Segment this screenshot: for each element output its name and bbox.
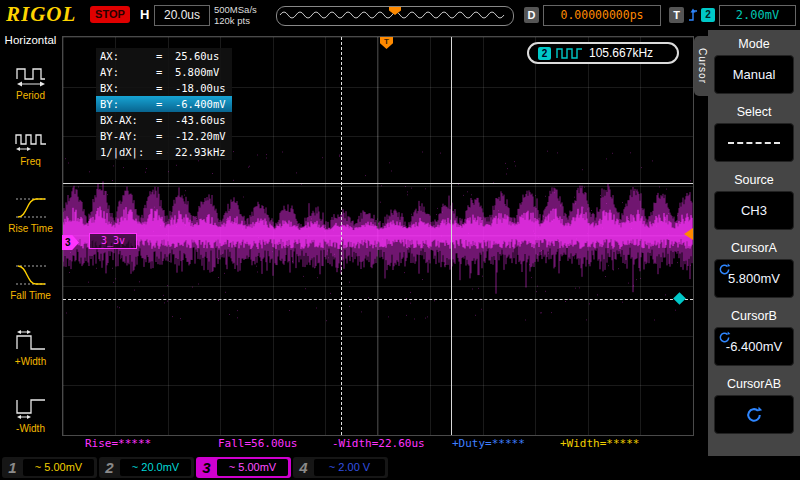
readout-row: 1/|dX|:= 22.93kHz bbox=[96, 144, 232, 160]
cursor-a-horizontal-line[interactable] bbox=[63, 183, 693, 184]
run-state-badge: STOP bbox=[90, 6, 130, 23]
coupling-symbol: ~ bbox=[229, 461, 235, 473]
readout-label: AY: bbox=[100, 64, 156, 80]
readout-value: = -18.00us bbox=[156, 80, 226, 96]
left-menu-item-label: Fall Time bbox=[10, 290, 51, 301]
delay-label: D bbox=[524, 7, 539, 23]
counter-source-badge: 2 bbox=[538, 47, 551, 60]
select-button[interactable] bbox=[714, 123, 794, 162]
left-menu-item-freq[interactable]: Freq bbox=[0, 128, 61, 167]
channel1-status[interactable]: 1 ~ 5.00mV bbox=[2, 457, 97, 478]
menu-item-label: CursorA bbox=[708, 239, 800, 257]
graticule: AX:= 25.60us AY:= 5.800mV BX:= -18.00us … bbox=[62, 36, 694, 436]
cursor-readout-panel: AX:= 25.60us AY:= 5.800mV BX:= -18.00us … bbox=[96, 48, 232, 160]
rotate-knob-icon bbox=[718, 263, 731, 276]
menu-item-cursor-b: CursorB -6.400mV bbox=[708, 307, 800, 375]
trigger-level-value[interactable]: 2.00mV bbox=[719, 5, 796, 26]
left-menu-item-label: +Width bbox=[15, 356, 46, 367]
left-menu-item-plus-width[interactable]: +Width bbox=[0, 328, 61, 367]
cursor-a-button[interactable]: 5.800mV bbox=[714, 259, 794, 298]
scale-value: 20.0mV bbox=[141, 461, 179, 473]
trigger-label: T bbox=[669, 7, 684, 23]
readout-value: = 25.60us bbox=[156, 48, 219, 64]
menu-item-mode: Mode Manual bbox=[708, 35, 800, 103]
readout-value: = -6.400mV bbox=[156, 96, 226, 112]
left-menu-items: Period Freq Rise Time bbox=[0, 48, 61, 448]
measure-fall: Fall=56.00us bbox=[218, 437, 297, 450]
left-menu-item-fall-time[interactable]: Fall Time bbox=[0, 262, 61, 301]
horizontal-label: H bbox=[140, 7, 149, 22]
readout-label: 1/|dX|: bbox=[100, 144, 156, 160]
timebase-value[interactable]: 20.0us bbox=[154, 5, 210, 26]
left-menu-item-minus-width[interactable]: -Width bbox=[0, 395, 61, 434]
plus-width-icon bbox=[14, 328, 48, 354]
cursor-ab-button[interactable] bbox=[714, 395, 794, 434]
menu-item-cursor-a: CursorA 5.800mV bbox=[708, 239, 800, 307]
channel-status-bar: 1 ~ 5.00mV 2 ~ 20.0mV 3 ~ 5.00mV 4 ~ 2.0… bbox=[0, 456, 800, 480]
menu-item-label: CursorAB bbox=[708, 375, 800, 393]
measure-plus-duty: +Duty=***** bbox=[452, 437, 525, 450]
cursor-b-value: -6.400mV bbox=[726, 339, 782, 354]
measure-plus-width: +Width=***** bbox=[560, 437, 639, 450]
menu-item-select: Select bbox=[708, 103, 800, 171]
dashed-line-icon bbox=[728, 142, 780, 144]
brand-logo: RIGOL bbox=[6, 2, 76, 27]
readout-value: = -12.20mV bbox=[156, 128, 226, 144]
trace-label: 3_3v bbox=[89, 233, 137, 249]
channel2-status[interactable]: 2 ~ 20.0mV bbox=[99, 457, 194, 478]
left-menu-item-period[interactable]: Period bbox=[0, 62, 61, 101]
left-menu-item-rise-time[interactable]: Rise Time bbox=[0, 195, 61, 234]
cursor-b-horizontal-line[interactable] bbox=[63, 299, 693, 300]
scale-value: 2.00 V bbox=[338, 461, 370, 473]
cursor-menu: Mode Manual Select Source CH3 CursorA bbox=[708, 30, 800, 456]
channel4-status[interactable]: 4 ~ 2.00 V bbox=[293, 457, 388, 478]
left-menu-item-label: Freq bbox=[20, 156, 41, 167]
delay-value: 0.00000000ps bbox=[543, 5, 661, 26]
readout-label: BX-AX: bbox=[100, 112, 156, 128]
channel-number: 3 bbox=[196, 459, 217, 476]
menu-item-label: Source bbox=[708, 171, 800, 189]
channel-scale: ~ 2.00 V bbox=[314, 459, 385, 476]
rotate-knob-icon bbox=[718, 331, 731, 344]
readout-value: = -43.60us bbox=[156, 112, 226, 128]
cursor-a-value: 5.800mV bbox=[728, 271, 780, 286]
channel-number: 1 bbox=[2, 459, 23, 476]
coupling-symbol: ~ bbox=[35, 461, 41, 473]
menu-item-cursor-ab: CursorAB bbox=[708, 375, 800, 443]
readout-row: AY:= 5.800mV bbox=[96, 64, 232, 80]
rise-time-icon bbox=[14, 195, 48, 221]
acquisition-info: 500MSa/s 120k pts bbox=[214, 4, 257, 26]
waveform-preview-strip[interactable] bbox=[276, 6, 514, 26]
readout-label: BY-AY: bbox=[100, 128, 156, 144]
mode-button[interactable]: Manual bbox=[714, 55, 794, 94]
left-menu-item-label: Period bbox=[16, 90, 45, 101]
readout-row: BX-AX:= -43.60us bbox=[96, 112, 232, 128]
cursor-a-vertical-line[interactable] bbox=[451, 37, 452, 435]
readout-row: BY-AY:= -12.20mV bbox=[96, 128, 232, 144]
minus-width-icon bbox=[14, 395, 48, 421]
cursor-b-vertical-line[interactable] bbox=[341, 37, 342, 435]
readout-value: = 5.800mV bbox=[156, 64, 219, 80]
channel-number: 2 bbox=[99, 459, 120, 476]
counter-frequency-value: 105.667kHz bbox=[589, 46, 653, 60]
measure-rise: Rise=***** bbox=[85, 437, 151, 450]
source-button[interactable]: CH3 bbox=[714, 191, 794, 230]
left-menu-title: Horizontal bbox=[0, 34, 61, 46]
period-icon bbox=[14, 62, 48, 88]
scale-value: 5.00mV bbox=[44, 461, 82, 473]
square-wave-icon bbox=[556, 48, 584, 59]
readout-row: BX:= -18.00us bbox=[96, 80, 232, 96]
top-bar: RIGOL STOP H 20.0us 500MSa/s 120k pts D … bbox=[0, 0, 800, 30]
mode-value: Manual bbox=[733, 67, 776, 82]
readout-label: BY: bbox=[100, 96, 156, 112]
oscilloscope-screen: RIGOL STOP H 20.0us 500MSa/s 120k pts D … bbox=[0, 0, 800, 480]
left-menu-item-label: Rise Time bbox=[8, 223, 52, 234]
coupling-symbol: ~ bbox=[329, 461, 335, 473]
cursor-b-button[interactable]: -6.400mV bbox=[714, 327, 794, 366]
readout-row-selected: BY:= -6.400mV bbox=[96, 96, 232, 112]
rotate-knob-icon bbox=[745, 406, 763, 424]
cursor-menu-tab[interactable]: Cursor bbox=[694, 36, 708, 96]
channel-scale: ~ 5.00mV bbox=[23, 459, 94, 476]
menu-item-label: CursorB bbox=[708, 307, 800, 325]
channel3-status[interactable]: 3 ~ 5.00mV bbox=[196, 457, 291, 478]
